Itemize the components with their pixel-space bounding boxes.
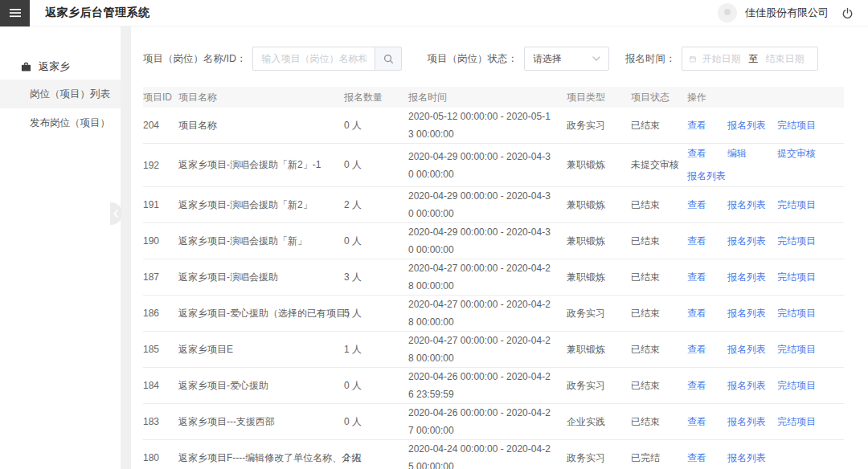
logout-button[interactable] (841, 7, 854, 19)
actions-cell: 查看报名列表完结项目 (687, 412, 844, 432)
action-signup-list-link[interactable]: 报名列表 (727, 307, 766, 320)
action-signup-list-link[interactable]: 报名列表 (687, 169, 726, 183)
action-view-link[interactable]: 查看 (687, 271, 706, 284)
action-view-link[interactable]: 查看 (687, 343, 706, 357)
action-view-link[interactable]: 查看 (687, 119, 706, 133)
start-date-input[interactable] (702, 53, 747, 64)
column-header: 项目名称 (178, 91, 344, 104)
action-view-link[interactable]: 查看 (687, 379, 706, 393)
cell-project-status: 已结束 (631, 234, 687, 248)
cell-signup-time: 2020-04-27 00:00:00 - 2020-04-28 00:00:0… (408, 296, 567, 331)
column-header: 报名数量 (344, 91, 408, 104)
cell-project-id: 192 (143, 160, 178, 171)
column-header: 项目ID (143, 91, 178, 104)
action-finish-project-link[interactable]: 完结项目 (777, 234, 816, 248)
action-edit-link[interactable]: 编辑 (727, 147, 747, 161)
action-finish-project-link[interactable]: 完结项目 (777, 415, 816, 429)
action-signup-list-link[interactable]: 报名列表 (727, 198, 766, 212)
body-region: 返家乡 岗位（项目）列表 发布岗位（项目） 项目（岗位）名称/ID： (0, 27, 868, 469)
cell-signup-time: 2020-04-29 00:00:00 - 2020-04-30 00:00:0… (408, 187, 567, 222)
action-finish-project-link[interactable]: 完结项目 (777, 271, 816, 284)
cell-signup-time: 2020-04-26 00:00:00 - 2020-04-27 00:00:0… (408, 404, 567, 439)
cell-project-status: 已结束 (631, 379, 687, 393)
action-finish-project-link[interactable]: 完结项目 (777, 307, 816, 320)
avatar[interactable] (718, 3, 737, 22)
action-finish-project-link[interactable]: 完结项目 (777, 343, 816, 357)
action-signup-list-link[interactable]: 报名列表 (727, 415, 766, 429)
action-finish-project-link[interactable]: 完结项目 (777, 198, 816, 212)
name-search-input[interactable] (252, 47, 375, 71)
action-finish-project-link[interactable]: 完结项目 (777, 379, 816, 393)
action-view-link[interactable]: 查看 (687, 198, 706, 212)
action-view-link[interactable]: 查看 (687, 307, 706, 320)
cell-project-type: 政务实习 (567, 379, 631, 393)
cell-signup-time: 2020-05-12 00:00:00 - 2020-05-13 00:00:0… (408, 108, 567, 143)
actions-cell: 查看编辑提交审核报名列表 (687, 144, 844, 186)
cell-project-id: 183 (143, 416, 178, 427)
action-signup-list-link[interactable]: 报名列表 (727, 451, 766, 465)
cell-project-status: 已结束 (631, 343, 687, 357)
action-finish-project-link[interactable]: 完结项目 (777, 119, 816, 133)
column-header: 项目状态 (631, 91, 687, 104)
app-title: 返家乡后台管理系统 (45, 6, 150, 20)
search-icon (383, 54, 394, 64)
action-view-link[interactable]: 查看 (687, 451, 706, 465)
actions-cell: 查看报名列表完结项目 (687, 340, 844, 360)
action-signup-list-link[interactable]: 报名列表 (727, 271, 766, 284)
cell-project-type: 政务实习 (567, 451, 631, 465)
cell-project-id: 185 (143, 344, 178, 355)
actions-cell: 查看报名列表 (687, 448, 844, 468)
sidebar-item-publish-position[interactable]: 发布岗位（项目） (0, 108, 121, 137)
action-signup-list-link[interactable]: 报名列表 (727, 379, 766, 393)
table-row: 187 返家乡项目-演唱会援助 3 人 2020-04-27 00:00:00 … (143, 259, 844, 296)
table-row: 183 返家乡项目---支援西部 0 人 2020-04-26 00:00:00… (143, 404, 844, 440)
cell-project-status: 已结束 (631, 307, 687, 320)
cell-project-type: 兼职锻炼 (567, 343, 631, 357)
actions-cell: 查看报名列表完结项目 (687, 195, 844, 215)
cell-project-name: 返家乡项目E (178, 343, 344, 357)
action-view-link[interactable]: 查看 (687, 234, 706, 248)
cell-signup-count: 0 人 (344, 158, 408, 172)
cell-signup-time: 2020-04-29 00:00:00 - 2020-04-30 00:00:0… (408, 148, 567, 183)
cell-project-id: 186 (143, 308, 178, 319)
status-select[interactable]: 请选择 (524, 47, 609, 71)
hamburger-menu-button[interactable] (0, 0, 30, 27)
end-date-input[interactable] (765, 53, 810, 64)
sidebar-item-label: 岗位（项目）列表 (30, 88, 110, 100)
cell-project-name: 返家乡项目-演唱会援助「新2」-1 (178, 158, 344, 172)
cell-project-name: 返家乡项目-演唱会援助「新」 (178, 234, 344, 248)
actions-cell: 查看报名列表完结项目 (687, 304, 844, 324)
action-signup-list-link[interactable]: 报名列表 (727, 119, 766, 133)
cell-project-type: 政务实习 (567, 307, 631, 320)
cell-project-id: 190 (143, 235, 178, 247)
column-header: 项目类型 (567, 91, 631, 104)
cell-project-id: 191 (143, 199, 178, 210)
cell-project-status: 已完结 (631, 451, 687, 465)
table-header-row: 项目ID项目名称报名数量报名时间项目类型项目状态操作 (143, 87, 844, 108)
action-submit-review-link[interactable]: 提交审核 (777, 147, 816, 161)
sidebar-item-position-list[interactable]: 岗位（项目）列表 (0, 80, 121, 108)
sidebar-group-fanjiaxiang[interactable]: 返家乡 (0, 56, 121, 77)
action-signup-list-link[interactable]: 报名列表 (727, 343, 766, 357)
sidebar-group-label: 返家乡 (39, 59, 70, 74)
name-filter-label: 项目（岗位）名称/ID： (143, 52, 246, 66)
cell-project-type: 兼职锻炼 (567, 158, 631, 172)
chevron-down-icon (592, 56, 600, 61)
date-range-picker[interactable]: 至 (682, 47, 818, 71)
action-view-link[interactable]: 查看 (687, 415, 706, 429)
cell-project-name: 返家乡项目F----编辑修改了单位名称、介绍 (178, 451, 344, 465)
action-view-link[interactable]: 查看 (687, 147, 706, 161)
date-range-separator: 至 (748, 52, 758, 66)
cell-project-type: 兼职锻炼 (567, 271, 631, 284)
action-signup-list-link[interactable]: 报名列表 (727, 234, 766, 248)
hamburger-icon (9, 7, 22, 18)
app-window: 返家乡后台管理系统 佳佳股份有限公司 返家乡 岗位（项目）列表 (0, 0, 868, 469)
actions-cell: 查看报名列表完结项目 (687, 231, 844, 251)
cell-project-id: 187 (143, 271, 178, 283)
search-button[interactable] (375, 47, 402, 71)
table-body: 204 项目名称 0 人 2020-05-12 00:00:00 - 2020-… (143, 108, 844, 469)
table-row: 204 项目名称 0 人 2020-05-12 00:00:00 - 2020-… (143, 108, 844, 144)
power-icon (841, 7, 854, 19)
table-row: 186 返家乡项目-爱心援助（选择的已有项目） 5 人 2020-04-27 0… (143, 296, 844, 332)
column-header: 报名时间 (408, 91, 567, 104)
